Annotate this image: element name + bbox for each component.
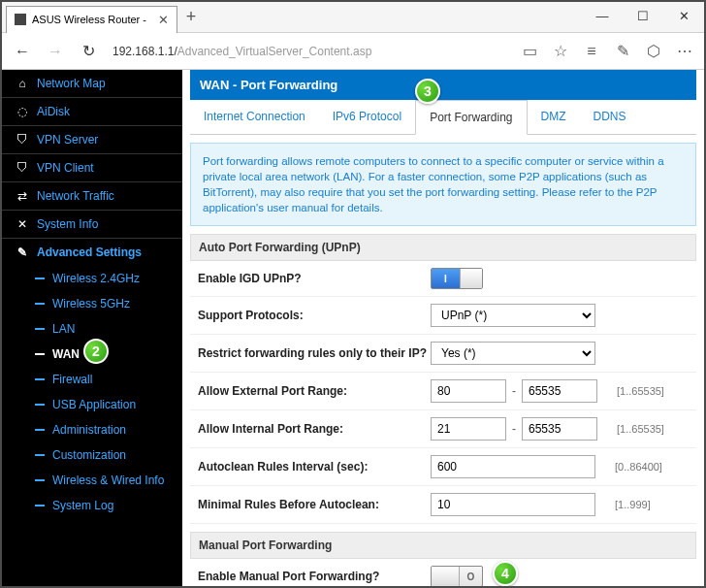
hub-icon[interactable]: ≡ xyxy=(578,38,605,65)
label-restrict: Restrict forwarding rules only to their … xyxy=(198,346,431,360)
url-host: 192.168.1.1/ xyxy=(112,45,177,58)
sidebar-item-aidisk[interactable]: ◌AiDisk xyxy=(2,98,182,125)
shield-icon: ⛉ xyxy=(16,161,29,175)
home-icon: ⌂ xyxy=(16,77,29,90)
notes-icon[interactable]: ✎ xyxy=(609,38,636,65)
sidebar-sub-lan[interactable]: LAN xyxy=(2,316,182,342)
input-ext-to[interactable] xyxy=(522,379,597,403)
select-support-protocols[interactable]: UPnP (*) xyxy=(431,304,595,327)
back-button[interactable]: ← xyxy=(8,37,37,66)
forward-button[interactable]: → xyxy=(41,37,70,66)
select-restrict-ip[interactable]: Yes (*) xyxy=(431,342,595,365)
badge-4: 4 xyxy=(493,561,518,586)
wrench-icon: ✎ xyxy=(16,245,29,259)
hint-minrules: [1..999] xyxy=(615,499,651,510)
section-manual: Manual Port Forwarding xyxy=(190,532,696,559)
graph-icon: ⇄ xyxy=(16,189,29,203)
favicon xyxy=(15,14,26,25)
label-autoclean: Autoclean Rules Interval (sec): xyxy=(198,460,431,474)
dash-icon xyxy=(35,303,45,305)
hint-autoclean: [0..86400] xyxy=(615,461,662,473)
favorite-icon[interactable]: ☆ xyxy=(547,38,574,65)
sidebar-item-vpn-server[interactable]: ⛉VPN Server xyxy=(2,126,182,153)
new-tab-button[interactable]: + xyxy=(177,7,205,27)
toggle-knob xyxy=(432,567,460,586)
url-field[interactable]: 192.168.1.1/Advanced_VirtualServer_Conte… xyxy=(107,45,512,58)
sidebar-sub-usb[interactable]: USB Application xyxy=(2,392,182,417)
wan-tabs: Internet Connection IPv6 Protocol Port F… xyxy=(190,100,696,135)
reading-view-icon[interactable]: ▭ xyxy=(516,38,543,65)
dash-icon xyxy=(35,404,45,406)
browser-tab[interactable]: ASUS Wireless Router - ✕ xyxy=(6,6,177,33)
tab-port-forwarding[interactable]: Port Forwarding xyxy=(415,100,527,135)
sidebar-item-network-traffic[interactable]: ⇄Network Traffic xyxy=(2,182,182,210)
toggle-knob xyxy=(460,269,482,288)
range-sep: - xyxy=(512,422,516,436)
hint-int: [1..65535] xyxy=(617,423,664,435)
url-path: Advanced_VirtualServer_Content.asp xyxy=(177,45,372,58)
input-int-from[interactable] xyxy=(431,417,506,441)
dash-icon xyxy=(35,328,45,330)
dash-icon xyxy=(35,454,45,456)
dash-icon xyxy=(35,278,45,279)
sidebar-sub-wireless-24[interactable]: Wireless 2.4GHz xyxy=(2,266,182,291)
refresh-button[interactable]: ↻ xyxy=(74,37,103,66)
info-icon: ✕ xyxy=(16,217,29,231)
badge-3: 3 xyxy=(415,79,440,104)
shield-icon: ⛉ xyxy=(16,133,29,147)
label-support: Support Protocols: xyxy=(198,309,431,322)
dash-icon xyxy=(35,429,45,431)
tab-ipv6[interactable]: IPv6 Protocol xyxy=(319,100,415,134)
address-bar: ← → ↻ 192.168.1.1/Advanced_VirtualServer… xyxy=(2,33,704,70)
sidebar-sub-wan[interactable]: WAN 2 xyxy=(2,342,182,367)
label-ext-range: Allow External Port Range: xyxy=(198,384,431,398)
sidebar-sub-firewall[interactable]: Firewall xyxy=(2,367,182,392)
label-minrules: Minimal Rules Before Autoclean: xyxy=(198,498,431,511)
tab-title: ASUS Wireless Router - xyxy=(32,14,146,25)
main-panel: WAN - Port Forwarding Internet Connectio… xyxy=(182,70,704,586)
share-icon[interactable]: ⬡ xyxy=(640,38,667,65)
toggle-manual-forwarding[interactable]: O xyxy=(431,566,483,586)
sidebar-sub-admin[interactable]: Administration xyxy=(2,417,182,442)
dash-icon xyxy=(35,479,45,481)
dash-icon xyxy=(35,378,45,380)
titlebar: ASUS Wireless Router - ✕ + — ☐ ✕ xyxy=(2,2,704,33)
label-manual: Enable Manual Port Forwarding? xyxy=(198,570,431,583)
dash-icon xyxy=(35,505,45,506)
input-ext-from[interactable] xyxy=(431,379,506,403)
input-int-to[interactable] xyxy=(522,417,597,441)
label-igd: Enable IGD UPnP? xyxy=(198,272,431,285)
sidebar: ⌂Network Map ◌AiDisk ⛉VPN Server ⛉VPN Cl… xyxy=(2,70,182,586)
sidebar-sub-custom[interactable]: Customization xyxy=(2,442,182,468)
tab-ddns[interactable]: DDNS xyxy=(580,100,640,134)
tab-internet-connection[interactable]: Internet Connection xyxy=(190,100,319,134)
toggle-igd-upnp[interactable]: I xyxy=(431,268,483,289)
info-box: Port forwarding allows remote computers … xyxy=(190,143,696,226)
disk-icon: ◌ xyxy=(16,105,29,118)
input-minrules[interactable] xyxy=(431,493,595,516)
close-tab-icon[interactable]: ✕ xyxy=(158,13,169,27)
hint-ext: [1..65535] xyxy=(617,385,664,397)
tab-dmz[interactable]: DMZ xyxy=(528,100,580,134)
label-int-range: Allow Internal Port Range: xyxy=(198,422,431,436)
toggle-on-indicator: I xyxy=(432,269,460,288)
sidebar-heading-advanced[interactable]: ✎Advanced Settings xyxy=(2,239,182,266)
range-sep: - xyxy=(512,384,516,398)
page-title: WAN - Port Forwarding xyxy=(190,70,696,100)
toggle-off-indicator: O xyxy=(460,567,482,586)
dash-icon xyxy=(35,353,45,355)
sidebar-sub-wired-info[interactable]: Wireless & Wired Info xyxy=(2,468,182,493)
sidebar-sub-syslog[interactable]: System Log xyxy=(2,493,182,518)
sidebar-sub-wireless-5[interactable]: Wireless 5GHz xyxy=(2,291,182,316)
more-icon[interactable]: ⋯ xyxy=(671,38,698,65)
close-window-button[interactable]: ✕ xyxy=(663,2,704,29)
sidebar-item-vpn-client[interactable]: ⛉VPN Client xyxy=(2,154,182,181)
maximize-button[interactable]: ☐ xyxy=(623,2,663,29)
badge-2: 2 xyxy=(83,339,109,364)
minimize-button[interactable]: — xyxy=(582,2,623,29)
input-autoclean[interactable] xyxy=(431,455,595,478)
section-auto-upnp: Auto Port Forwarding (UPnP) xyxy=(190,234,696,261)
sidebar-item-system-info[interactable]: ✕System Info xyxy=(2,211,182,238)
sidebar-item-network-map[interactable]: ⌂Network Map xyxy=(2,70,182,97)
